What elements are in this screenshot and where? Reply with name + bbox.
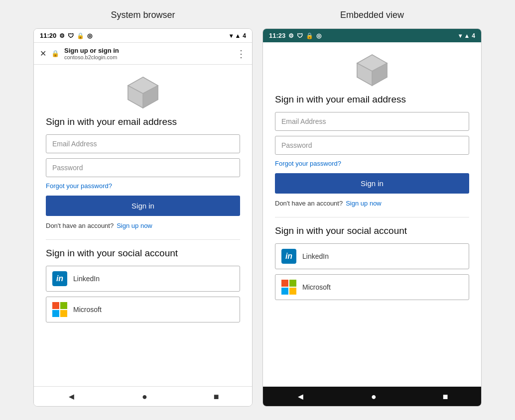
left-home-icon[interactable]: ● <box>142 392 147 402</box>
right-social-heading: Sign in with your social account <box>275 225 469 236</box>
left-ms-blue <box>52 310 59 317</box>
left-square-icon[interactable]: ■ <box>214 392 219 402</box>
left-sign-in-button[interactable]: Sign in <box>46 196 240 216</box>
browser-menu-icon[interactable]: ⋮ <box>236 48 246 60</box>
right-home-icon[interactable]: ● <box>371 392 377 402</box>
right-microsoft-label: Microsoft <box>302 283 331 291</box>
right-email-input[interactable] <box>275 112 469 131</box>
right-nav-bar: ◄ ● ■ <box>263 387 481 406</box>
left-back-icon[interactable]: ◄ <box>67 392 76 402</box>
left-battery-text: 4 <box>243 32 246 39</box>
system-browser-phone: 11:20 ⚙ 🛡 🔒 ◎ ▾ ▲ 4 ✕ 🔒 Sign up or sign … <box>33 28 253 407</box>
left-shield-icon: 🛡 <box>68 32 74 39</box>
right-ms-green <box>289 280 296 287</box>
browser-bar: ✕ 🔒 Sign up or sign in contoso.b2clogin.… <box>34 42 252 65</box>
right-shield-icon: 🛡 <box>297 32 303 39</box>
left-content: Sign in with your email address Forgot y… <box>34 65 252 386</box>
left-status-time: 11:20 <box>40 32 56 39</box>
left-email-heading: Sign in with your email address <box>46 116 240 127</box>
right-battery-text: 4 <box>472 32 475 39</box>
left-cube-container <box>46 75 240 109</box>
right-signal-icon: ▲ <box>464 32 470 39</box>
left-ms-red <box>52 302 59 309</box>
right-no-account-text: Don't have an account? <box>275 200 343 207</box>
embedded-view-phone: 11:23 ⚙ 🛡 🔒 ◎ ▾ ▲ 4 <box>262 28 482 407</box>
right-content: Sign in with your email address Forgot y… <box>263 42 481 387</box>
left-social-heading: Sign in with your social account <box>46 248 240 259</box>
right-linkedin-icon: in <box>281 249 296 264</box>
right-lock-icon: 🔒 <box>306 32 313 39</box>
left-ms-green <box>60 302 67 309</box>
browser-lock-icon: 🔒 <box>51 50 59 57</box>
left-no-account-row: Don't have an account? Sign up now <box>46 222 240 229</box>
right-section-title: Embedded view <box>340 10 404 20</box>
right-no-account-row: Don't have an account? Sign up now <box>275 200 469 207</box>
left-email-input[interactable] <box>46 134 240 153</box>
right-ms-yellow <box>289 288 296 295</box>
right-signup-link[interactable]: Sign up now <box>346 200 382 207</box>
left-cube-icon <box>123 75 163 109</box>
left-linkedin-button[interactable]: in LinkedIn <box>46 266 240 292</box>
right-cube-container <box>275 52 469 87</box>
right-forgot-password-link[interactable]: Forgot your password? <box>275 160 469 167</box>
left-section-title: System browser <box>111 10 175 20</box>
browser-bar-center: Sign up or sign in contoso.b2clogin.com <box>64 47 231 60</box>
browser-bar-title: Sign up or sign in <box>64 47 231 54</box>
left-content-divider <box>46 239 240 240</box>
browser-bar-url: contoso.b2clogin.com <box>64 54 231 60</box>
left-status-bar: 11:20 ⚙ 🛡 🔒 ◎ ▾ ▲ 4 <box>34 29 252 42</box>
left-linkedin-label: LinkedIn <box>73 275 100 283</box>
left-lock-icon: 🔒 <box>77 32 84 39</box>
left-microsoft-icon <box>52 302 67 317</box>
right-status-bar: 11:23 ⚙ 🛡 🔒 ◎ ▾ ▲ 4 <box>263 29 481 42</box>
right-content-divider <box>275 217 469 217</box>
left-forgot-password-link[interactable]: Forgot your password? <box>46 182 240 190</box>
browser-close-icon[interactable]: ✕ <box>40 49 46 58</box>
left-nav-bar: ◄ ● ■ <box>34 386 252 406</box>
right-linkedin-label: LinkedIn <box>302 252 329 260</box>
right-microsoft-icon <box>281 280 296 295</box>
left-microsoft-label: Microsoft <box>73 306 102 314</box>
right-square-icon[interactable]: ■ <box>443 392 448 402</box>
left-ms-yellow <box>60 310 67 317</box>
left-wifi-icon: ▾ <box>230 32 233 39</box>
left-settings-icon: ⚙ <box>59 32 65 39</box>
right-settings-icon: ⚙ <box>288 32 294 39</box>
left-microsoft-button[interactable]: Microsoft <box>46 297 240 322</box>
left-password-input[interactable] <box>46 158 240 177</box>
left-linkedin-icon: in <box>52 271 67 286</box>
left-signal-icon: ▲ <box>235 32 241 39</box>
left-circle-icon: ◎ <box>87 32 92 39</box>
right-ms-red <box>281 280 288 287</box>
right-microsoft-button[interactable]: Microsoft <box>275 274 469 300</box>
right-cube-icon <box>352 52 392 87</box>
right-wifi-icon: ▾ <box>459 32 462 39</box>
right-ms-blue <box>281 288 288 295</box>
right-status-time: 11:23 <box>269 32 285 39</box>
right-password-input[interactable] <box>275 136 469 155</box>
right-back-icon[interactable]: ◄ <box>296 392 305 402</box>
right-circle-icon: ◎ <box>316 32 321 39</box>
right-sign-in-button[interactable]: Sign in <box>275 173 469 194</box>
left-no-account-text: Don't have an account? <box>46 222 114 229</box>
left-signup-link[interactable]: Sign up now <box>117 222 152 229</box>
right-email-heading: Sign in with your email address <box>275 94 469 105</box>
right-linkedin-button[interactable]: in LinkedIn <box>275 243 469 269</box>
